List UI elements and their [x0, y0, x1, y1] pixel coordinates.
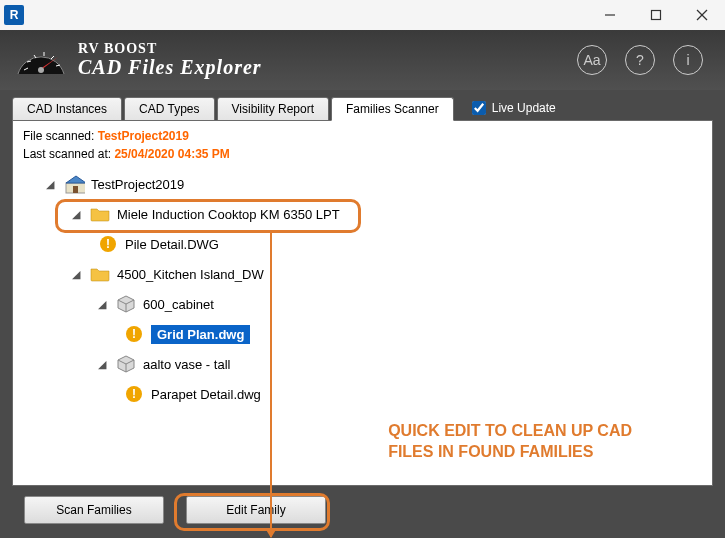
tree-leaf-label: Grid Plan.dwg [151, 325, 250, 344]
svg-text:!: ! [106, 237, 110, 251]
tree-item-label: Miele Induction Cooktop KM 6350 LPT [117, 207, 340, 222]
titlebar-left: R [4, 5, 24, 25]
tree-leaf-label: Pile Detail.DWG [125, 237, 219, 252]
tree-item-label: 4500_Kitchen Island_DW [117, 267, 264, 282]
svg-marker-13 [66, 176, 85, 183]
svg-line-8 [51, 56, 54, 59]
close-button[interactable] [679, 0, 725, 30]
live-update-toggle[interactable]: Live Update [472, 101, 556, 115]
maximize-button[interactable] [633, 0, 679, 30]
help-icon[interactable]: ? [625, 45, 655, 75]
expand-toggle[interactable]: ◢ [97, 359, 107, 369]
svg-rect-1 [652, 11, 661, 20]
tree-leaf[interactable]: ! Parapet Detail.dwg [23, 379, 702, 409]
minimize-button[interactable] [587, 0, 633, 30]
expand-toggle[interactable]: ◢ [71, 209, 81, 219]
scan-families-button[interactable]: Scan Families [24, 496, 164, 524]
app-header: RV BOOST CAD Files Explorer Aa ? i [0, 30, 725, 90]
last-scanned-value: 25/04/2020 04:35 PM [114, 147, 229, 161]
tree-item[interactable]: ◢ 4500_Kitchen Island_DW [23, 259, 702, 289]
folder-icon [89, 204, 111, 224]
header-tools: Aa ? i [577, 45, 703, 75]
expand-toggle[interactable]: ◢ [71, 269, 81, 279]
tree-leaf-selected[interactable]: ! Grid Plan.dwg [23, 319, 702, 349]
tree-leaf-label: Parapet Detail.dwg [151, 387, 261, 402]
app-icon: R [4, 5, 24, 25]
annotation-line1: QUICK EDIT TO CLEAN UP CAD [388, 420, 632, 442]
svg-text:!: ! [132, 387, 136, 401]
tree-leaf[interactable]: ! Pile Detail.DWG [23, 229, 702, 259]
title-block: RV BOOST CAD Files Explorer [78, 42, 262, 78]
expand-toggle[interactable]: ◢ [45, 179, 55, 189]
tab-cad-instances[interactable]: CAD Instances [12, 97, 122, 121]
main-panel: File scanned: TestProject2019 Last scann… [12, 120, 713, 486]
tree-root-label: TestProject2019 [91, 177, 184, 192]
tab-families-scanner[interactable]: Families Scanner [331, 97, 454, 121]
last-scanned-line: Last scanned at: 25/04/2020 04:35 PM [23, 147, 702, 161]
footer-buttons: Scan Families Edit Family [12, 486, 713, 526]
warning-icon: ! [123, 324, 145, 344]
edit-family-button[interactable]: Edit Family [186, 496, 326, 524]
project-icon [63, 174, 85, 194]
titlebar: R [0, 0, 725, 30]
svg-point-11 [38, 67, 44, 73]
gauge-logo-icon [14, 40, 68, 80]
tab-cad-types[interactable]: CAD Types [124, 97, 214, 121]
component-icon [115, 354, 137, 374]
file-scanned-label: File scanned: [23, 129, 94, 143]
file-scanned-value: TestProject2019 [98, 129, 189, 143]
expand-toggle[interactable]: ◢ [97, 299, 107, 309]
annotation-text: QUICK EDIT TO CLEAN UP CAD FILES IN FOUN… [388, 420, 632, 463]
folder-icon [89, 264, 111, 284]
annotation-arrow [270, 233, 272, 537]
tree-item[interactable]: ◢ aalto vase - tall [23, 349, 702, 379]
warning-icon: ! [97, 234, 119, 254]
live-update-checkbox[interactable] [472, 101, 486, 115]
tree-item[interactable]: ◢ 600_cabinet [23, 289, 702, 319]
annotation-line2: FILES IN FOUND FAMILIES [388, 441, 632, 463]
content-area: CAD Instances CAD Types Visibility Repor… [0, 90, 725, 538]
svg-text:!: ! [132, 327, 136, 341]
app-window: R [0, 0, 725, 538]
tree-root[interactable]: ◢ TestProject2019 [23, 169, 702, 199]
app-title: CAD Files Explorer [78, 57, 262, 78]
brand-text: RV BOOST [78, 42, 262, 57]
file-scanned-line: File scanned: TestProject2019 [23, 129, 702, 143]
tab-row: CAD Instances CAD Types Visibility Repor… [12, 96, 713, 120]
font-settings-icon[interactable]: Aa [577, 45, 607, 75]
warning-icon: ! [123, 384, 145, 404]
component-icon [115, 294, 137, 314]
live-update-label: Live Update [492, 101, 556, 115]
tab-visibility-report[interactable]: Visibility Report [217, 97, 329, 121]
svg-rect-14 [73, 186, 78, 193]
tree-item-label: 600_cabinet [143, 297, 214, 312]
tree-item[interactable]: ◢ Miele Induction Cooktop KM 6350 LPT [23, 199, 702, 229]
info-icon[interactable]: i [673, 45, 703, 75]
last-scanned-label: Last scanned at: [23, 147, 111, 161]
window-controls [587, 0, 725, 30]
tree-item-label: aalto vase - tall [143, 357, 230, 372]
